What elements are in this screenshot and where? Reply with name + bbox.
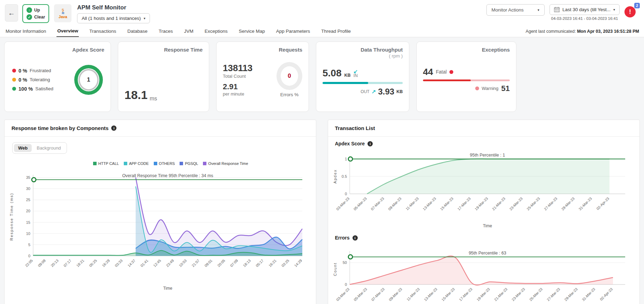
tab-jvm[interactable]: JVM: [183, 26, 194, 37]
legend-item-app-code[interactable]: APP CODE: [124, 161, 149, 166]
exceptions-card: Exceptions 44 Fatal Warning 51: [416, 41, 516, 112]
calendar-icon: [554, 7, 560, 12]
svg-text:20: 20: [26, 209, 30, 213]
page-body: Apdex Score 0 % Frustrated 0 % Toleratin…: [0, 37, 644, 304]
legend-swatch-icon: [203, 162, 206, 165]
svg-text:0.5: 0.5: [341, 174, 347, 178]
transaction-list-panel: Transaction List Apdex Score i 00.5195th…: [328, 120, 640, 304]
throughput-card-subtitle: ( rpm ): [323, 53, 403, 59]
legend-label: PGSQL: [185, 161, 198, 166]
svg-text:Overall Response Time 95th Per: Overall Response Time 95th Percentile : …: [122, 173, 213, 178]
tolerating-value: 0 %: [18, 77, 27, 83]
errors-percent-value: 0: [288, 73, 291, 79]
svg-text:03:25: 03:25: [281, 258, 290, 268]
back-icon: ←: [8, 9, 15, 17]
fatal-label: Fatal: [436, 69, 447, 75]
svg-text:18:13: 18:13: [242, 258, 251, 268]
tab-thread-profile[interactable]: Thread Profile: [320, 26, 351, 37]
java-cup-glyph: ≋: [61, 12, 64, 15]
info-icon[interactable]: i: [368, 141, 373, 146]
legend-swatch-icon: [93, 162, 97, 165]
svg-text:13-Mar-23: 13-Mar-23: [423, 287, 438, 302]
svg-text:29-Mar-23: 29-Mar-23: [560, 196, 575, 211]
alarm-indicator[interactable]: ! 2: [624, 6, 636, 17]
svg-text:31-Mar-23: 31-Mar-23: [581, 287, 596, 302]
info-icon[interactable]: i: [353, 235, 358, 241]
throughput-in-unit: KB: [344, 73, 351, 78]
response-time-card: Response Time 18.1 ms: [118, 41, 209, 112]
throughput-out-unit: KB: [396, 89, 403, 94]
svg-text:07:09: 07:09: [229, 258, 239, 268]
svg-text:02-Apr-23: 02-Apr-23: [595, 196, 610, 211]
svg-text:0: 0: [28, 254, 30, 258]
legend-item-overall-response-time[interactable]: Overall Response Time: [203, 161, 248, 166]
svg-text:29-Mar-23: 29-Mar-23: [563, 287, 578, 302]
health-status: ✓ Clear: [26, 14, 45, 21]
svg-text:03:33: 03:33: [114, 258, 123, 268]
info-icon[interactable]: i: [111, 126, 116, 131]
time-range-value: Last 30 days (till Yest...: [562, 7, 611, 12]
errors-chart: 05095th Percentile : 6303-Mar-2305-Mar-2…: [332, 243, 637, 304]
java-monitor-icon: ş ≋ Java: [54, 4, 71, 22]
svg-text:09:01: 09:01: [204, 258, 213, 268]
tab-traces[interactable]: Traces: [158, 26, 174, 37]
exceptions-bar: [423, 79, 510, 81]
legend-item-pgsql[interactable]: PGSQL: [180, 161, 198, 166]
svg-text:31-Mar-23: 31-Mar-23: [578, 196, 593, 211]
svg-text:27-Mar-23: 27-Mar-23: [543, 196, 558, 211]
page-title: APM Self Monitor: [77, 4, 150, 11]
svg-text:21-Mar-23: 21-Mar-23: [491, 196, 506, 211]
svg-text:05-Mar-23: 05-Mar-23: [353, 287, 368, 302]
throughput-out-label: OUT: [361, 89, 369, 94]
legend-label: OTHERS: [159, 161, 175, 166]
svg-text:09-Mar-23: 09-Mar-23: [387, 196, 402, 211]
monitor-status-box[interactable]: ↑ Up ✓ Clear: [22, 4, 49, 23]
svg-text:16:29: 16:29: [101, 258, 111, 268]
tab-app-parameters[interactable]: App Parameters: [275, 26, 311, 37]
svg-text:0: 0: [344, 282, 347, 287]
svg-text:12:45: 12:45: [152, 258, 162, 268]
warning-dot-icon: [475, 86, 479, 90]
tolerating-dot-icon: [12, 78, 16, 82]
tab-service-map[interactable]: Service Map: [238, 26, 266, 37]
svg-text:20:13: 20:13: [50, 258, 59, 268]
response-time-value: 18.1: [124, 88, 147, 102]
availability-label: Up: [34, 8, 40, 13]
svg-text:35: 35: [26, 175, 30, 180]
toggle-web[interactable]: Web: [14, 144, 32, 152]
svg-text:23-Mar-23: 23-Mar-23: [508, 196, 523, 211]
tab-overview[interactable]: Overview: [56, 25, 79, 37]
svg-text:95th Percentile : 1: 95th Percentile : 1: [470, 153, 505, 158]
apdex-score-card: Apdex Score 0 % Frustrated 0 % Toleratin…: [4, 41, 111, 112]
requests-rate-label: per minute: [223, 91, 252, 97]
chevron-down-icon: ▾: [613, 8, 615, 12]
svg-text:23-Mar-23: 23-Mar-23: [511, 287, 526, 302]
toggle-background[interactable]: Background: [32, 144, 65, 152]
tabs: Monitor InformationOverviewTransactionsD…: [5, 25, 361, 37]
svg-text:14:37: 14:37: [127, 258, 136, 268]
tab-bar: Monitor InformationOverviewTransactionsD…: [0, 25, 644, 37]
requests-card: Requests 138113 Total Count 2.91 per min…: [216, 41, 309, 112]
tab-transactions[interactable]: Transactions: [89, 26, 117, 37]
back-button[interactable]: ←: [5, 4, 18, 22]
time-range-selector[interactable]: Last 30 days (till Yest... ▾: [550, 4, 620, 15]
components-chart: 05101520253035Overall Response Time 95th…: [8, 167, 313, 295]
legend-swatch-icon: [154, 162, 157, 165]
tab-database[interactable]: Database: [127, 26, 148, 37]
satisfied-value: 100 %: [18, 86, 33, 92]
legend-item-http-call[interactable]: HTTP CALL: [93, 161, 119, 166]
svg-text:05-Mar-23: 05-Mar-23: [353, 196, 368, 211]
legend-item-others[interactable]: OTHERS: [154, 161, 175, 166]
apdex-frustrated-row: 0 % Frustrated: [12, 68, 53, 74]
svg-text:19-Mar-23: 19-Mar-23: [476, 287, 491, 302]
header: ← ↑ Up ✓ Clear ş ≋ Java APM Self Monitor…: [0, 0, 644, 25]
components-panel-title: Response time broken by Components: [12, 125, 108, 131]
host-instance-selector[interactable]: All (1 hosts and 1 instances) ▾: [77, 13, 150, 23]
svg-text:25-Mar-23: 25-Mar-23: [526, 196, 541, 211]
throughput-in-label: IN: [354, 74, 358, 78]
data-throughput-card: Data Throughput ( rpm ) 5.08 KB ↙ IN OUT…: [316, 41, 409, 112]
tab-exceptions[interactable]: Exceptions: [204, 26, 228, 37]
tab-monitor-information[interactable]: Monitor Information: [5, 26, 47, 37]
apdex-tolerating-row: 0 % Tolerating: [12, 77, 53, 83]
monitor-actions-dropdown[interactable]: Monitor Actions ▾: [486, 4, 545, 16]
